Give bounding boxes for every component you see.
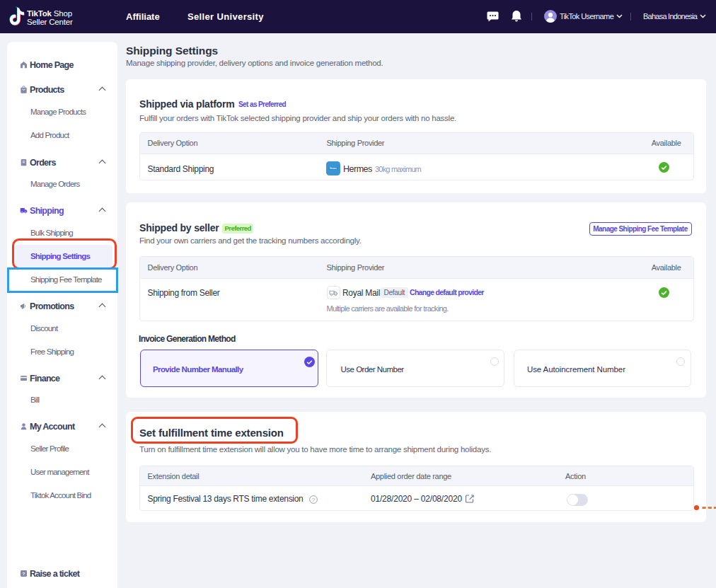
- svg-text:Hermes: Hermes: [330, 167, 337, 170]
- svg-text:?: ?: [23, 570, 25, 575]
- svg-text:?: ?: [311, 496, 315, 502]
